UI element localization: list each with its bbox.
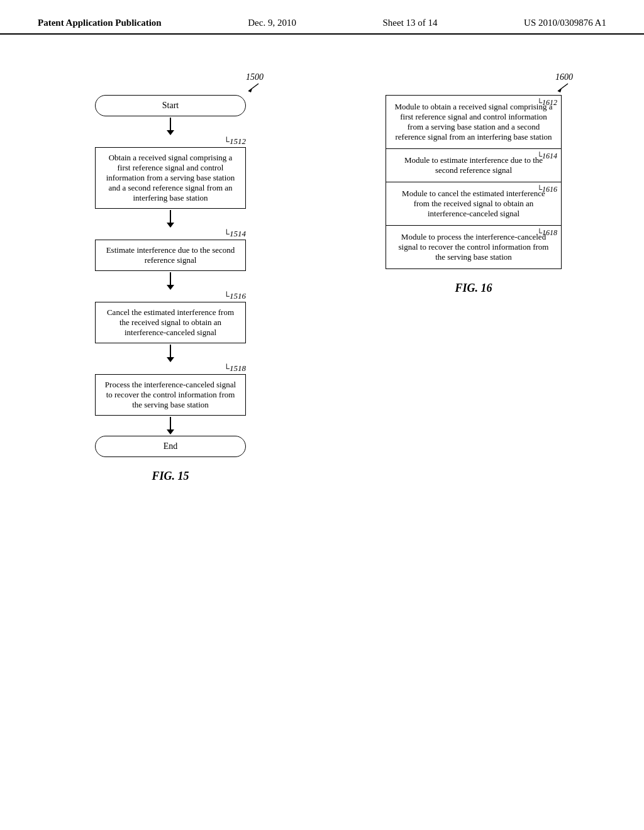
svg-line-2 — [558, 84, 568, 91]
sheet-label: Sheet 13 of 14 — [382, 18, 437, 28]
fig16-module-1618: └1618 Module to process the interference… — [386, 226, 561, 268]
fig15-step-1514: └1514 Estimate interference due to the s… — [95, 229, 246, 271]
patent-number: US 2010/0309876 A1 — [524, 18, 606, 28]
fig16-ref-arrow — [555, 82, 574, 92]
ref-1618: └1618 — [536, 228, 557, 238]
fig15-main-ref: 1500 — [246, 72, 264, 82]
fig16-label: FIG. 16 — [455, 282, 492, 295]
fig16-container: 1600 └1612 Module to obtain a received s… — [367, 72, 580, 483]
fig15-label: FIG. 15 — [152, 470, 189, 483]
fig15-step-1512: └1512 Obtain a received signal comprisin… — [95, 136, 246, 209]
fig16-block: └1612 Module to obtain a received signal… — [386, 95, 562, 269]
publication-label: Patent Application Publication — [38, 18, 162, 28]
fig15-step-1516: └1516 Cancel the estimated interference … — [95, 291, 246, 343]
fig15-box-1518: Process the interference-canceled signal… — [95, 374, 246, 416]
fig15-box-1516: Cancel the estimated interference from t… — [95, 302, 246, 343]
fig15-box-1512: Obtain a received signal comprising a fi… — [95, 147, 246, 209]
fig16-main-ref: 1600 — [555, 72, 573, 82]
fig15-end: End — [95, 436, 246, 457]
fig16-module-1612: └1612 Module to obtain a received signal… — [386, 96, 561, 149]
ref-1616: └1616 — [536, 185, 557, 194]
fig15-container: 1500 Start └1512 Obtain a received signa… — [64, 72, 277, 483]
arrow-1512-1514 — [167, 210, 174, 228]
fig16-module-1616: └1616 Module to cancel the estimated int… — [386, 182, 561, 226]
svg-line-0 — [248, 84, 258, 91]
diagram-area: 1500 Start └1512 Obtain a received signa… — [0, 35, 644, 495]
fig15-box-1514: Estimate interference due to the second … — [95, 240, 246, 271]
arrow-1514-1516 — [167, 272, 174, 290]
ref-1612: └1612 — [536, 98, 557, 108]
arrow-start-1512 — [167, 118, 174, 135]
arrow-1518-end — [167, 417, 174, 434]
date-label: Dec. 9, 2010 — [248, 18, 296, 28]
fig16-module-1614: └1614 Module to estimate interference du… — [386, 149, 561, 182]
fig15-ref-arrow — [246, 82, 265, 92]
arrow-1516-1518 — [167, 345, 174, 362]
fig15-step-1518: └1518 Process the interference-canceled … — [95, 363, 246, 416]
fig15-start: Start — [95, 95, 246, 116]
page-header: Patent Application Publication Dec. 9, 2… — [0, 0, 644, 35]
ref-1614: └1614 — [536, 152, 557, 161]
